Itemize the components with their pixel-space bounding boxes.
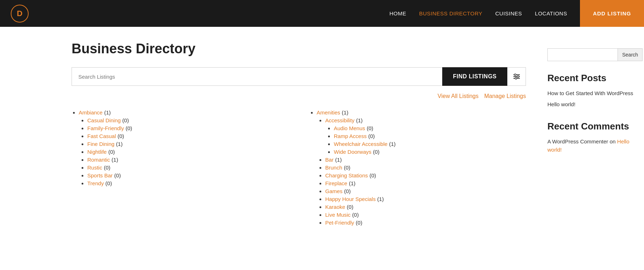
trendy-link[interactable]: Trendy	[87, 180, 104, 186]
search-bar-row: FIND LISTINGS	[72, 67, 526, 86]
casual-dining-count: (0)	[122, 117, 129, 123]
amenities-link[interactable]: Amenities	[317, 109, 340, 116]
search-listings-input[interactable]	[72, 67, 442, 86]
amenities-column: Amenities (1) Accessibility (1) Audio Me…	[309, 109, 526, 228]
view-all-listings-link[interactable]: View All Listings	[438, 93, 478, 99]
romantic-link[interactable]: Romantic	[87, 157, 110, 163]
list-item: Audio Menus (0)	[334, 125, 526, 132]
accessibility-link[interactable]: Accessibility	[325, 117, 355, 123]
logo-letter: D	[17, 9, 23, 18]
fast-casual-link[interactable]: Fast Casual	[87, 133, 116, 139]
family-friendly-link[interactable]: Family-Friendly	[87, 125, 124, 131]
list-item: Casual Dining (0)	[87, 117, 288, 124]
list-item: Wide Doorways (0)	[334, 149, 526, 155]
comment-on: on	[610, 138, 617, 144]
view-manage-row: View All Listings Manage Listings	[72, 93, 526, 99]
list-item: Rustic (0)	[87, 165, 288, 171]
list-item: Trendy (0)	[87, 180, 288, 187]
casual-dining-link[interactable]: Casual Dining	[87, 117, 121, 123]
list-item: Ramp Access (0)	[334, 133, 526, 139]
recent-posts-title: Recent Posts	[547, 73, 633, 84]
sidebar-search-button[interactable]: Search	[618, 48, 643, 61]
list-item: Sports Bar (0)	[87, 172, 288, 179]
trendy-count: (0)	[106, 180, 112, 186]
recent-comments-title: Recent Comments	[547, 121, 633, 132]
bar-link[interactable]: Bar	[325, 157, 333, 163]
fine-dining-link[interactable]: Fine Dining	[87, 141, 114, 147]
site-header: D HOME BUSINESS DIRECTORY CUISINES LOCAT…	[0, 0, 644, 27]
amenities-sub-list: Accessibility (1) Audio Menus (0) Ramp A…	[317, 117, 526, 226]
ramp-access-link[interactable]: Ramp Access	[334, 133, 367, 139]
nav-locations[interactable]: LOCATIONS	[535, 10, 567, 16]
brunch-link[interactable]: Brunch	[325, 165, 342, 171]
fine-dining-count: (1)	[116, 141, 122, 147]
accessibility-item: Accessibility (1) Audio Menus (0) Ramp A…	[325, 117, 526, 155]
list-item: Fast Casual (0)	[87, 133, 288, 139]
ambiance-count: (1)	[104, 109, 111, 116]
ambiance-sub-list: Casual Dining (0) Family-Friendly (0) Fa…	[79, 117, 288, 187]
fast-casual-count: (0)	[118, 133, 124, 139]
sports-bar-count: (0)	[114, 172, 121, 178]
list-item: Karaoke (0)	[325, 204, 526, 210]
add-listing-button[interactable]: ADD LISTING	[580, 0, 644, 27]
page-title: Business Directory	[72, 41, 526, 57]
list-item: Brunch (0)	[325, 165, 526, 171]
sports-bar-link[interactable]: Sports Bar	[87, 172, 113, 178]
pet-friendly-link[interactable]: Pet-Friendly	[325, 220, 354, 226]
filter-icon	[513, 73, 521, 80]
sidebar-recent-posts: Recent Posts How to Get Started With Wor…	[547, 73, 633, 108]
nightlife-count: (0)	[108, 149, 115, 155]
comment-author: A WordPress Commenter	[547, 138, 608, 144]
games-link[interactable]: Games	[325, 188, 342, 194]
svg-point-3	[514, 74, 516, 76]
nav-cuisines[interactable]: CUISINES	[495, 10, 522, 16]
nav-business-directory[interactable]: BUSINESS DIRECTORY	[419, 10, 482, 16]
sidebar-post-link-0[interactable]: How to Get Started With WordPress	[547, 89, 633, 97]
list-item: Romantic (1)	[87, 157, 288, 163]
list-item: Nightlife (0)	[87, 149, 288, 155]
main-content: Business Directory FIND LISTINGS View Al…	[72, 41, 526, 228]
list-item: Bar (1)	[325, 157, 526, 163]
svg-point-5	[515, 78, 517, 79]
site-logo: D	[11, 5, 29, 23]
list-item: Fireplace (1)	[325, 180, 526, 187]
nightlife-link[interactable]: Nightlife	[87, 149, 107, 155]
ambiance-item: Ambiance (1) Casual Dining (0) Family-Fr…	[79, 109, 288, 187]
ambiance-link[interactable]: Ambiance	[79, 109, 103, 116]
audio-menus-link[interactable]: Audio Menus	[334, 125, 365, 131]
happy-hour-specials-link[interactable]: Happy Hour Specials	[325, 196, 376, 202]
list-item: Games (0)	[325, 188, 526, 195]
accessibility-sub-list: Audio Menus (0) Ramp Access (0) Wheelcha…	[325, 125, 526, 155]
family-friendly-count: (0)	[126, 125, 132, 131]
live-music-link[interactable]: Live Music	[325, 212, 351, 218]
svg-point-4	[517, 76, 519, 78]
filter-icon-button[interactable]	[507, 67, 526, 86]
list-item: Happy Hour Specials (1)	[325, 196, 526, 202]
charging-stations-link[interactable]: Charging Stations	[325, 172, 368, 178]
amenities-item: Amenities (1) Accessibility (1) Audio Me…	[317, 109, 526, 226]
main-nav: HOME BUSINESS DIRECTORY CUISINES LOCATIO…	[389, 10, 567, 16]
romantic-count: (1)	[112, 157, 118, 163]
wide-doorways-link[interactable]: Wide Doorways	[334, 149, 371, 155]
nav-home[interactable]: HOME	[389, 10, 406, 16]
rustic-link[interactable]: Rustic	[87, 165, 102, 171]
sidebar-search-row: Search	[547, 48, 633, 61]
categories-row: Ambiance (1) Casual Dining (0) Family-Fr…	[72, 109, 526, 228]
find-listings-button[interactable]: FIND LISTINGS	[442, 67, 507, 86]
list-item: Pet-Friendly (0)	[325, 220, 526, 226]
accessibility-count: (1)	[356, 117, 362, 123]
sidebar-post-link-1[interactable]: Hello world!	[547, 100, 633, 108]
ambiance-column: Ambiance (1) Casual Dining (0) Family-Fr…	[72, 109, 288, 189]
karaoke-link[interactable]: Karaoke	[325, 204, 345, 210]
wheelchair-accessible-link[interactable]: Wheelchair Accessible	[334, 141, 387, 147]
list-item: Family-Friendly (0)	[87, 125, 288, 132]
sidebar-recent-comments: Recent Comments A WordPress Commenter on…	[547, 121, 633, 154]
fireplace-link[interactable]: Fireplace	[325, 180, 347, 186]
ambiance-list: Ambiance (1) Casual Dining (0) Family-Fr…	[72, 109, 288, 187]
manage-listings-link[interactable]: Manage Listings	[484, 93, 526, 99]
sidebar-search-input[interactable]	[547, 48, 618, 61]
sidebar: Search Recent Posts How to Get Started W…	[547, 41, 633, 228]
list-item: Wheelchair Accessible (1)	[334, 141, 526, 147]
list-item: Live Music (0)	[325, 212, 526, 218]
rustic-count: (0)	[104, 165, 110, 171]
